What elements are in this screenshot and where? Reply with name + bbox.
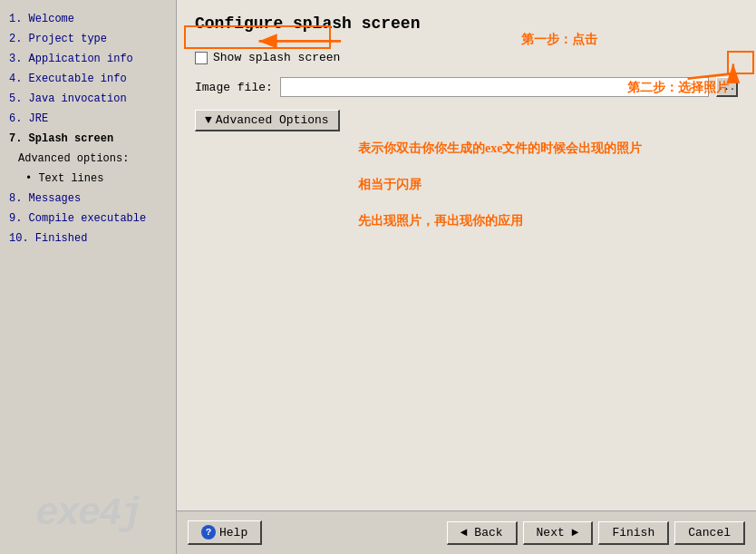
help-icon: ? bbox=[201, 525, 216, 539]
sidebar-item-welcome[interactable]: 1. Welcome bbox=[5, 9, 170, 29]
next-button[interactable]: Next ► bbox=[523, 521, 594, 545]
advanced-options-button[interactable]: ▼ Advanced Options bbox=[195, 110, 340, 131]
annotation-step1: 第一步：点击 bbox=[521, 32, 597, 48]
image-file-label: Image file: bbox=[195, 81, 273, 94]
sidebar-item-text-lines[interactable]: • Text lines bbox=[5, 169, 170, 189]
help-label: Help bbox=[219, 526, 247, 539]
annotation-step2: 第二步：选择照片 bbox=[627, 80, 729, 96]
content-inner: Configure splash screen Show splash scre… bbox=[177, 0, 756, 510]
cancel-button[interactable]: Cancel bbox=[674, 521, 745, 545]
sidebar-item-finished[interactable]: 10. Finished bbox=[5, 228, 170, 248]
show-splash-label[interactable]: Show splash screen bbox=[213, 51, 340, 64]
content-area: Configure splash screen Show splash scre… bbox=[177, 0, 756, 554]
advanced-options-triangle-icon: ▼ bbox=[205, 113, 212, 127]
sidebar-item-compile-executable[interactable]: 9. Compile executable bbox=[5, 209, 170, 228]
show-splash-checkbox[interactable] bbox=[195, 52, 208, 64]
sidebar: 1. Welcome 2. Project type 3. Applicatio… bbox=[0, 0, 177, 554]
sidebar-item-splash-screen[interactable]: 7. Splash screen bbox=[5, 129, 170, 149]
advanced-options-label: Advanced Options bbox=[216, 113, 329, 127]
footer-right: ◄ Back Next ► Finish Cancel bbox=[447, 521, 745, 545]
footer: ? Help ◄ Back Next ► Finish Cancel bbox=[177, 510, 756, 554]
exe4j-logo-text: exe4j bbox=[35, 492, 141, 536]
back-button[interactable]: ◄ Back bbox=[447, 521, 518, 545]
sidebar-item-application-info[interactable]: 3. Application info bbox=[5, 49, 170, 69]
help-button[interactable]: ? Help bbox=[188, 520, 262, 545]
annotation-text3: 先出现照片，再出现你的应用 bbox=[358, 213, 523, 229]
sidebar-item-java-invocation[interactable]: 5. Java invocation bbox=[5, 89, 170, 109]
sidebar-item-project-type[interactable]: 2. Project type bbox=[5, 29, 170, 49]
annotation-text1: 表示你双击你你生成的exe文件的时候会出现的照片 bbox=[358, 141, 642, 157]
sidebar-nav: 1. Welcome 2. Project type 3. Applicatio… bbox=[5, 9, 170, 545]
sidebar-item-jre[interactable]: 6. JRE bbox=[5, 109, 170, 129]
annotation-text2: 相当于闪屏 bbox=[358, 177, 422, 193]
finish-button[interactable]: Finish bbox=[598, 521, 669, 545]
footer-left: ? Help bbox=[188, 520, 262, 545]
sidebar-item-messages[interactable]: 8. Messages bbox=[5, 189, 170, 209]
show-splash-row: Show splash screen bbox=[195, 51, 738, 64]
page-title: Configure splash screen bbox=[195, 15, 738, 33]
sidebar-logo: exe4j bbox=[0, 492, 177, 536]
sidebar-advanced-options-label: Advanced options: bbox=[5, 149, 170, 169]
sidebar-item-executable-info[interactable]: 4. Executable info bbox=[5, 69, 170, 89]
